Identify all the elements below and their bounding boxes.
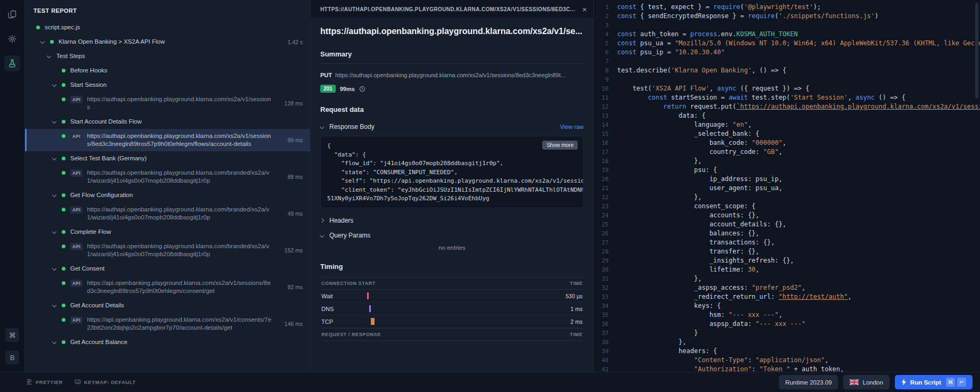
pass-status-dot-icon bbox=[62, 69, 65, 72]
editor-scrollbar[interactable] bbox=[975, 3, 978, 99]
chevron-down-icon[interactable] bbox=[41, 40, 50, 43]
line-number: 18 bbox=[594, 157, 617, 166]
line-number: 39 bbox=[594, 347, 617, 356]
code-text: test('XS2A API Flow', async ({ request }… bbox=[617, 84, 980, 93]
timing-value: 1 ms bbox=[544, 306, 583, 312]
region-button[interactable]: London bbox=[843, 375, 889, 389]
chevron-down-icon[interactable] bbox=[53, 193, 62, 197]
tree-item[interactable]: Get Account Details bbox=[25, 298, 310, 313]
tree-item-label: Get Account Details bbox=[70, 301, 124, 309]
line-number: 5 bbox=[594, 39, 617, 48]
code-text bbox=[617, 21, 980, 30]
code-text: data: { bbox=[617, 111, 980, 120]
app-root: ⌘ B TEST REPORT script.spec.jsKlarna Ope… bbox=[0, 0, 980, 392]
timing-bar bbox=[371, 318, 375, 325]
region-label: London bbox=[862, 379, 883, 386]
settings-gear-icon[interactable] bbox=[4, 31, 20, 47]
tree-api-item[interactable]: APIhttps://authapi.openbanking.playgroun… bbox=[25, 129, 310, 151]
response-body-toggle[interactable]: Response Body View raw bbox=[320, 123, 584, 130]
tree-api-item[interactable]: APIhttps://api.openbanking.playground.kl… bbox=[25, 313, 310, 335]
detail-tab-bar: HTTPS://AUTHAPI.OPENBANKING.PLAYGROUND.K… bbox=[311, 0, 593, 19]
timing-column-header: REQUEST / RESPONSE bbox=[321, 332, 381, 337]
code-lines[interactable]: 1const { test, expect } = require('@play… bbox=[594, 3, 980, 372]
runtime-button[interactable]: Runtime 2023.09 bbox=[779, 375, 838, 389]
duration-label: 99 ms bbox=[282, 137, 303, 143]
command-palette-icon[interactable]: ⌘ bbox=[5, 328, 19, 342]
line-number: 34 bbox=[594, 301, 617, 311]
code-line: 34 keys: { bbox=[594, 301, 980, 311]
test-report-flask-icon[interactable] bbox=[4, 55, 20, 71]
tree-item[interactable]: Get Account Balance bbox=[25, 335, 310, 349]
pass-status-dot-icon bbox=[62, 97, 65, 101]
tree-item[interactable]: Klarna Open Banking > XS2A API Flow1.42 … bbox=[25, 35, 310, 49]
tree-item[interactable]: Before Hooks bbox=[25, 63, 310, 78]
chevron-down-icon[interactable] bbox=[53, 340, 62, 344]
pass-status-dot-icon bbox=[50, 40, 54, 44]
line-number: 41 bbox=[594, 365, 617, 372]
run-shortcut-keys: ⌘↵ bbox=[946, 378, 966, 387]
tree-item-label: Test Steps bbox=[56, 52, 85, 60]
code-line: 13 data: { bbox=[594, 111, 980, 120]
tree-item-label: https://authapi.openbanking.playground.k… bbox=[87, 206, 273, 222]
view-raw-link[interactable]: View raw bbox=[560, 124, 584, 130]
close-icon[interactable]: × bbox=[582, 5, 587, 13]
pass-status-dot-icon bbox=[62, 120, 65, 124]
timing-row: Wait530 µs bbox=[320, 290, 584, 303]
code-text: }, bbox=[617, 274, 980, 283]
status-row: 201 99ms bbox=[320, 85, 584, 93]
tree-item-label: https://authapi.openbanking.playground.k… bbox=[87, 169, 273, 185]
tree-api-item[interactable]: APIhttps://authapi.openbanking.playgroun… bbox=[25, 239, 310, 262]
run-script-button[interactable]: Run Script ⌘↵ bbox=[895, 375, 973, 389]
sidebar-toggle-b-icon[interactable]: B bbox=[5, 350, 19, 364]
code-text: "Content-Type": "application/json", bbox=[617, 356, 980, 365]
tree-item[interactable]: Start Session bbox=[25, 78, 310, 92]
tree-item[interactable]: Get Consent bbox=[25, 262, 310, 276]
code-text: _insights_refresh: {}, bbox=[617, 256, 980, 265]
code-line: 20 ip_address: psu_ip, bbox=[594, 175, 980, 184]
chevron-down-icon[interactable] bbox=[53, 230, 62, 233]
query-params-toggle[interactable]: Query Params bbox=[320, 232, 584, 239]
code-text: "Authorization": "Token " + auth_token, bbox=[617, 365, 980, 372]
chevron-down-icon[interactable] bbox=[53, 157, 62, 160]
chevron-down-icon[interactable] bbox=[53, 304, 62, 307]
tree-item[interactable]: script.spec.js bbox=[25, 20, 310, 35]
duration-label: 128 ms bbox=[279, 100, 303, 107]
show-more-button[interactable]: Show more bbox=[542, 141, 578, 150]
tree-api-item[interactable]: APIhttps://authapi.openbanking.playgroun… bbox=[25, 202, 310, 225]
files-icon[interactable] bbox=[4, 6, 20, 22]
tree-item-label: Complete Flow bbox=[70, 228, 111, 236]
response-body-code-block: { "data": { "flow_id": "j41oi4gs0o07mopb… bbox=[320, 136, 584, 208]
tree-item[interactable]: Start Account Details Flow bbox=[25, 115, 310, 129]
timing-phase-label: Wait bbox=[321, 293, 367, 299]
main-row: ⌘ B TEST REPORT script.spec.jsKlarna Ope… bbox=[0, 0, 980, 372]
chevron-down-icon[interactable] bbox=[53, 120, 62, 123]
chevron-down-icon[interactable] bbox=[53, 267, 62, 270]
code-line: 4const auth_token = process.env.KOSMA_AU… bbox=[594, 30, 980, 39]
code-line: 23 consent_scope: { bbox=[594, 202, 980, 211]
timing-table-header: REQUEST / RESPONSETIME bbox=[320, 328, 584, 341]
code-line: 3 bbox=[594, 21, 980, 30]
test-report-panel: TEST REPORT script.spec.jsKlarna Open Ba… bbox=[25, 0, 311, 372]
tree-item-label: Get Consent bbox=[70, 265, 105, 273]
code-line: 29 _insights_refresh: {}, bbox=[594, 256, 980, 265]
code-line: 39 headers: { bbox=[594, 347, 980, 356]
tree-item[interactable]: Get Flow Configuration bbox=[25, 188, 310, 202]
tree-api-item[interactable]: APIhttps://authapi.openbanking.playgroun… bbox=[25, 92, 310, 115]
divider bbox=[320, 63, 584, 64]
tree-item[interactable]: Complete Flow bbox=[25, 225, 310, 239]
code-text: country_code: "GB", bbox=[617, 148, 980, 157]
keymap-status-item[interactable]: KEYMAP: DEFAULT bbox=[74, 379, 136, 386]
chevron-down-icon[interactable] bbox=[53, 83, 62, 86]
prettier-status-item[interactable]: PRETTIER bbox=[27, 379, 63, 386]
headers-toggle[interactable]: Headers bbox=[320, 217, 584, 224]
tree-api-item[interactable]: APIhttps://api.openbanking.playground.kl… bbox=[25, 276, 310, 298]
tree-item-label: https://authapi.openbanking.playground.k… bbox=[87, 95, 273, 111]
tree-item-label: Before Hooks bbox=[70, 67, 107, 75]
tree-item[interactable]: Select Test Bank (Germany) bbox=[25, 151, 310, 166]
code-line: 21 user_agent: psu_ua, bbox=[594, 184, 980, 193]
tree-item[interactable]: Test Steps bbox=[25, 49, 310, 63]
tree-api-item[interactable]: APIhttps://authapi.openbanking.playgroun… bbox=[25, 166, 310, 188]
chevron-down-icon[interactable] bbox=[47, 54, 56, 58]
code-text: bank_code: "000000", bbox=[617, 138, 980, 148]
code-line: 16 bank_code: "000000", bbox=[594, 138, 980, 148]
